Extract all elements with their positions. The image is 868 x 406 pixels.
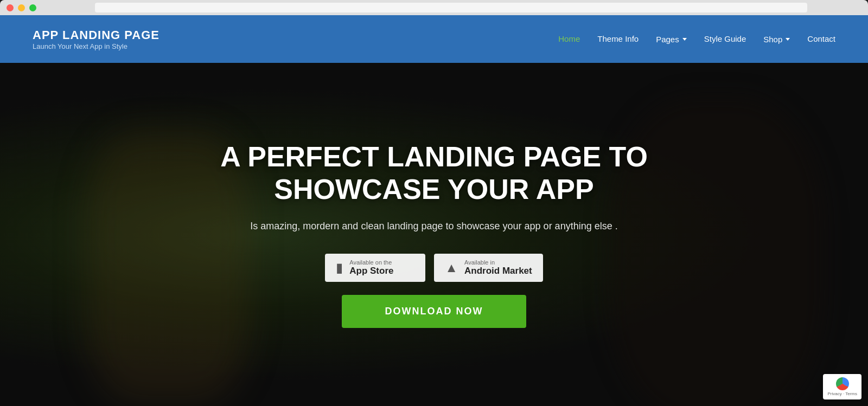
nav-link-home[interactable]: Home — [558, 34, 580, 43]
recaptcha-badge: Privacy · Terms — [823, 374, 861, 399]
navbar: APP LANDING PAGE Launch Your Next App in… — [0, 15, 868, 63]
download-button[interactable]: DOWNLOAD NOW — [342, 295, 527, 328]
nav-link-style-guide[interactable]: Style Guide — [704, 34, 746, 43]
android-store-text: Available in Android Market — [464, 259, 532, 276]
nav-link-pages[interactable]: Pages — [656, 35, 687, 44]
android-label-main: Android Market — [464, 266, 532, 276]
app-store-label-main: App Store — [349, 266, 393, 276]
pages-chevron-icon — [682, 38, 687, 41]
app-store-text: Available on the App Store — [349, 259, 393, 276]
brand: APP LANDING PAGE Launch Your Next App in… — [33, 28, 159, 50]
nav-link-theme-info[interactable]: Theme Info — [597, 34, 639, 43]
hero-heading: A PERFECT LANDING PAGE TO SHOWCASE YOUR … — [220, 141, 648, 206]
nav-link-shop[interactable]: Shop — [763, 35, 790, 44]
nav-item-pages[interactable]: Pages — [656, 35, 687, 44]
apple-icon: ▮ — [336, 260, 343, 275]
android-market-button[interactable]: ▲ Available in Android Market — [434, 254, 542, 282]
brand-title: APP LANDING PAGE — [33, 28, 159, 42]
nav-link-contact[interactable]: Contact — [807, 34, 835, 43]
store-buttons: ▮ Available on the App Store ▲ Available… — [220, 254, 648, 282]
nav-item-shop[interactable]: Shop — [763, 35, 790, 44]
address-bar[interactable] — [95, 3, 807, 12]
shop-chevron-icon — [786, 38, 790, 41]
nav-item-style-guide[interactable]: Style Guide — [704, 34, 746, 44]
browser-content: APP LANDING PAGE Launch Your Next App in… — [0, 15, 868, 406]
close-button[interactable] — [7, 4, 14, 11]
hero-heading-line1: A PERFECT LANDING PAGE TO — [220, 141, 648, 172]
brand-subtitle: Launch Your Next App in Style — [33, 42, 159, 50]
hero-content: A PERFECT LANDING PAGE TO SHOWCASE YOUR … — [209, 141, 659, 328]
hero-section: A PERFECT LANDING PAGE TO SHOWCASE YOUR … — [0, 63, 868, 406]
nav-item-theme-info[interactable]: Theme Info — [597, 34, 639, 44]
maximize-button[interactable] — [29, 4, 36, 11]
recaptcha-logo-icon — [836, 377, 849, 390]
nav-item-contact[interactable]: Contact — [807, 34, 835, 44]
hero-heading-line2: SHOWCASE YOUR APP — [274, 173, 593, 205]
app-store-button[interactable]: ▮ Available on the App Store — [325, 254, 425, 282]
hero-subtext: Is amazing, mordern and clean landing pa… — [220, 218, 648, 234]
android-label-top: Available in — [464, 259, 532, 266]
recaptcha-text: Privacy · Terms — [827, 391, 857, 396]
app-store-label-top: Available on the — [349, 259, 393, 266]
window-chrome — [0, 0, 868, 15]
android-icon: ▲ — [445, 260, 458, 275]
minimize-button[interactable] — [18, 4, 25, 11]
nav-links: Home Theme Info Pages Style Guide Shop — [558, 34, 835, 44]
nav-item-home[interactable]: Home — [558, 34, 580, 44]
